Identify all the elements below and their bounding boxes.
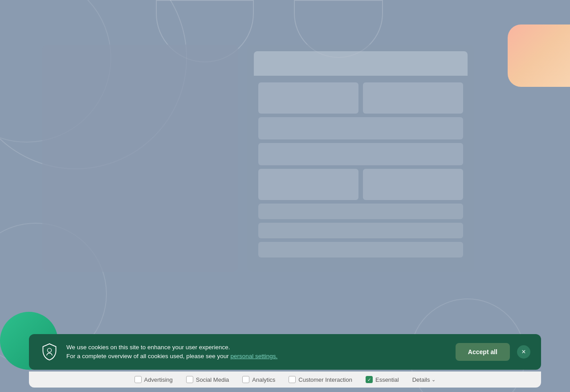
skeleton-block-3 (258, 169, 358, 200)
cookie-categories-bar: Advertising Social Media Analytics Custo… (29, 372, 541, 388)
close-banner-button[interactable]: × (517, 345, 530, 359)
social-media-checkbox[interactable] (186, 376, 193, 383)
skeleton-block-1 (258, 82, 358, 114)
skeleton-full-2 (258, 143, 463, 165)
customer-interaction-label: Customer Interaction (298, 376, 352, 383)
cookie-text-line1: We use cookies on this site to enhance y… (66, 343, 448, 352)
panel-right (247, 45, 474, 272)
analytics-label: Analytics (252, 376, 275, 383)
panel-left (42, 45, 238, 272)
deco-card-peach (508, 24, 570, 87)
cookie-banner: We use cookies on this site to enhance y… (29, 334, 541, 370)
chevron-down-icon: ⌄ (432, 377, 436, 383)
category-analytics[interactable]: Analytics (242, 376, 275, 383)
details-button[interactable]: Details ⌄ (412, 376, 436, 383)
category-advertising[interactable]: Advertising (134, 376, 173, 383)
accept-all-button[interactable]: Accept all (456, 343, 510, 361)
skeleton-full-3 (258, 204, 463, 219)
category-customer-interaction[interactable]: Customer Interaction (289, 376, 352, 383)
skeleton-full-1 (258, 117, 463, 139)
svg-point-0 (47, 348, 51, 352)
advertising-checkbox[interactable] (134, 376, 142, 383)
skeleton-full-4 (258, 223, 463, 238)
skeleton-full-5 (258, 242, 463, 257)
skeleton-block-2 (363, 82, 463, 114)
essential-checkbox[interactable]: ✓ (366, 376, 373, 383)
page-background: We use cookies on this site to enhance y… (0, 0, 570, 392)
cookie-text: We use cookies on this site to enhance y… (66, 343, 448, 361)
cookie-text-line2: For a complete overview of all cookies u… (66, 352, 448, 361)
skeleton-block-4 (363, 169, 463, 200)
category-social-media[interactable]: Social Media (186, 376, 229, 383)
shield-icon (40, 342, 59, 362)
details-label: Details (412, 376, 430, 383)
skeleton-row-1 (258, 82, 463, 114)
category-essential[interactable]: ✓ Essential (366, 376, 399, 383)
analytics-checkbox[interactable] (242, 376, 249, 383)
cookie-personal-settings-link[interactable]: personal settings. (230, 353, 277, 359)
essential-label: Essential (375, 376, 399, 383)
social-media-label: Social Media (196, 376, 229, 383)
customer-interaction-checkbox[interactable] (289, 376, 296, 383)
advertising-label: Advertising (144, 376, 173, 383)
skeleton-row-2 (258, 169, 463, 200)
skeleton-header (254, 51, 468, 76)
